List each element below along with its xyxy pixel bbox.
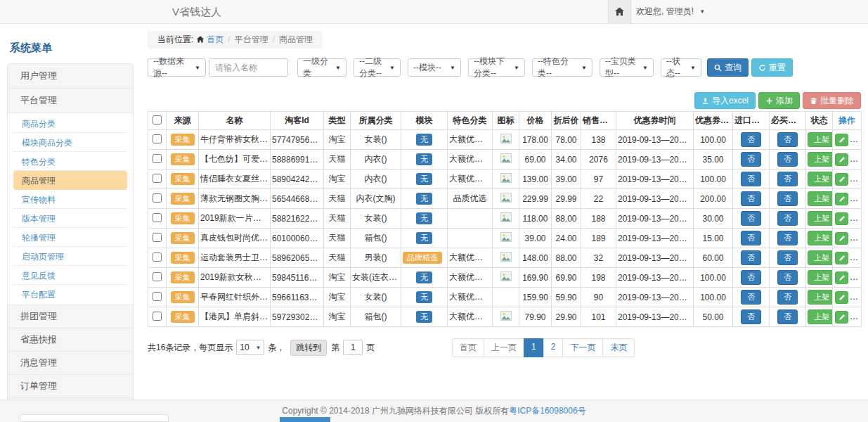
home-button[interactable] (608, 0, 631, 23)
row-checkbox[interactable] (153, 272, 162, 281)
status-toggle[interactable]: 上架 (808, 132, 833, 147)
sidebar-subitem[interactable]: 商品管理 (13, 171, 127, 190)
import-optional-toggle[interactable]: 否 (741, 290, 761, 305)
must-buy-toggle[interactable]: 否 (777, 191, 798, 206)
edit-button[interactable] (835, 311, 848, 324)
status-toggle[interactable]: 上架 (808, 191, 833, 206)
sidebar-subitem[interactable]: 平台配置 (13, 285, 127, 304)
row-checkbox[interactable] (153, 174, 162, 183)
edit-button[interactable] (835, 212, 848, 225)
edit-button[interactable] (835, 291, 848, 304)
sidebar-subitem[interactable]: 轮播管理 (13, 228, 127, 247)
row-checkbox[interactable] (153, 312, 162, 321)
row-checkbox[interactable] (153, 292, 162, 301)
must-buy-toggle[interactable]: 否 (777, 270, 798, 285)
sidebar-group-item[interactable]: 用户管理 (7, 63, 134, 89)
sidebar-subitem[interactable]: 版本管理 (13, 209, 127, 228)
edit-button[interactable] (835, 232, 848, 245)
search-button[interactable]: 查询 (707, 58, 749, 77)
status-cell: 上架 (806, 130, 833, 150)
status-toggle[interactable]: 上架 (808, 290, 833, 305)
must-buy-toggle[interactable]: 否 (777, 152, 798, 167)
edit-button[interactable] (835, 252, 848, 264)
pagination-item[interactable]: 首页 (452, 338, 484, 357)
status-cell: 上架 (806, 229, 833, 248)
must-buy-toggle[interactable]: 否 (777, 290, 798, 305)
row-checkbox[interactable] (153, 252, 162, 262)
sidebar-subitem[interactable]: 模块商品分类 (13, 133, 127, 152)
must-buy-toggle[interactable]: 否 (777, 231, 798, 245)
must-buy-toggle[interactable]: 否 (777, 309, 798, 324)
status-toggle[interactable]: 上架 (808, 309, 833, 324)
page-number-input[interactable] (343, 340, 363, 355)
batch-delete-button[interactable]: 批量删除 (803, 92, 861, 109)
import-optional-toggle[interactable]: 否 (741, 152, 761, 167)
must-buy-toggle[interactable]: 否 (777, 172, 798, 186)
import-optional-toggle[interactable]: 否 (741, 270, 761, 285)
pagination-item[interactable]: 2 (543, 338, 564, 357)
status-toggle[interactable]: 上架 (808, 231, 833, 245)
name-search-input[interactable] (209, 58, 288, 77)
row-checkbox[interactable] (153, 193, 162, 203)
edit-button[interactable] (835, 173, 848, 186)
sidebar-subitem[interactable]: 商品分类 (13, 114, 127, 133)
edit-button[interactable] (835, 193, 848, 205)
sidebar-group-item[interactable]: 平台管理 (7, 88, 134, 113)
status-toggle[interactable]: 上架 (808, 172, 833, 186)
status-toggle[interactable]: 上架 (808, 152, 833, 167)
status-toggle[interactable]: 上架 (808, 211, 833, 226)
pagination-item[interactable]: 1 (524, 338, 544, 357)
row-checkbox[interactable] (153, 213, 162, 222)
row-checkbox[interactable] (153, 134, 162, 143)
icp-link[interactable]: 粤ICP备16098006号 (509, 406, 585, 416)
sidebar-group-item[interactable]: 省惠快报 (7, 328, 134, 352)
breadcrumb-home-link[interactable]: 首页 (207, 34, 224, 44)
status-toggle[interactable]: 上架 (808, 250, 833, 265)
import-excel-button[interactable]: 导入excel (694, 92, 756, 109)
level2-category-select[interactable]: --二级分类--▼ (354, 58, 401, 77)
pagination-item[interactable]: 下一页 (562, 338, 603, 357)
jump-button[interactable]: 跳转到 (290, 340, 327, 356)
level1-category-select[interactable]: 一级分类▼ (297, 58, 346, 77)
must-buy-toggle[interactable]: 否 (777, 211, 798, 226)
sidebar-group-item[interactable]: 订单管理 (7, 374, 134, 398)
must-buy-toggle[interactable]: 否 (777, 132, 798, 147)
edit-button[interactable] (835, 153, 848, 166)
sidebar-subitem[interactable]: 特色分类 (13, 152, 127, 171)
pagination-item[interactable]: 末页 (602, 338, 635, 357)
import-optional-cell: 否 (733, 170, 770, 189)
reset-button[interactable]: 重置 (751, 58, 793, 77)
import-optional-toggle[interactable]: 否 (741, 211, 761, 226)
edit-button[interactable] (835, 271, 848, 284)
import-optional-toggle[interactable]: 否 (741, 231, 761, 245)
pagination-item[interactable]: 上一页 (484, 338, 524, 357)
row-checkbox[interactable] (153, 233, 162, 242)
module-select[interactable]: --模块--▼ (408, 58, 461, 77)
row-checkbox[interactable] (153, 154, 162, 163)
user-menu[interactable]: 欢迎您, 管理员! ▼ (636, 0, 705, 23)
select-all-checkbox[interactable] (153, 115, 162, 124)
special-category-select[interactable]: --特色分类--▼ (532, 58, 592, 77)
import-optional-toggle[interactable]: 否 (741, 172, 761, 186)
status-toggle[interactable]: 上架 (808, 270, 833, 285)
sidebar-subitem[interactable]: 启动页管理 (13, 247, 127, 266)
module-sub-select[interactable]: --模块下分类--▼ (468, 58, 525, 77)
item-type-select[interactable]: --宝贝类型--▼ (600, 58, 654, 77)
data-source-select[interactable]: --数据来源--▼ (148, 58, 206, 77)
per-page-select[interactable]: 10▼ (236, 340, 264, 355)
add-button[interactable]: 添加 (758, 92, 800, 109)
must-buy-toggle[interactable]: 否 (777, 250, 798, 265)
status-select[interactable]: --状态--▼ (661, 58, 701, 77)
import-optional-toggle[interactable]: 否 (741, 309, 761, 324)
sidebar-subitem[interactable]: 宣传物料 (13, 190, 127, 209)
sidebar-group-item[interactable]: 消息管理 (7, 351, 134, 375)
import-optional-toggle[interactable]: 否 (741, 191, 761, 206)
sidebar-group-item[interactable]: 拼团管理 (7, 305, 134, 328)
import-optional-toggle[interactable]: 否 (741, 250, 761, 265)
brand-title: V省钱达人 (172, 0, 221, 23)
sidebar-subitem[interactable]: 意见反馈 (13, 266, 127, 285)
edit-button[interactable] (835, 134, 848, 146)
import-optional-toggle[interactable]: 否 (741, 132, 761, 147)
must-buy-cell: 否 (770, 130, 806, 150)
sidebar-top-groups: 用户管理平台管理 (7, 63, 134, 113)
